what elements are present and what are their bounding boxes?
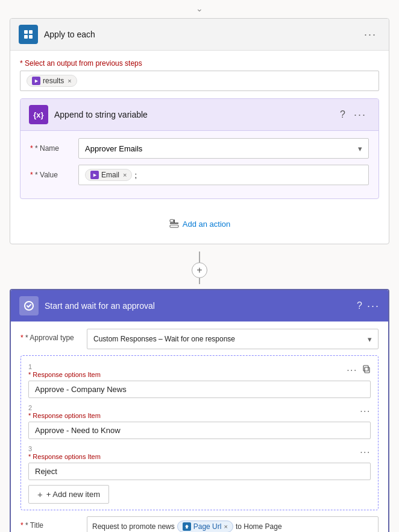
apply-to-each-body: * Select an output from previous steps r… [10,51,389,244]
response-item-2-label: * Response options Item [28,412,101,419]
apply-each-icon-svg [23,29,34,40]
svg-rect-7 [170,220,174,222]
approval-header-buttons: ? ··· [357,300,380,312]
connector-line-bottom [199,278,200,284]
name-select-value: Approver Emails [85,144,142,153]
response-item-3-more-button[interactable]: ··· [360,447,371,458]
email-token-label: Email [101,171,119,179]
response-item-3: 3 * Response options Item ··· [28,444,371,480]
response-item-1-label-group: 1 * Response options Item [28,362,101,378]
add-new-item-plus-icon: + [37,489,43,499]
response-options-section: 1 * Response options Item ··· [20,355,379,510]
add-table-icon [169,218,180,229]
results-token-icon [32,77,40,85]
response-item-2-label-group: 2 * Response options Item [28,403,101,419]
page-url-token-close[interactable]: × [224,523,227,530]
name-chevron-icon: ▾ [358,144,362,153]
response-item-1: 1 * Response options Item ··· [28,362,371,398]
response-item-1-header: 1 * Response options Item ··· [28,362,371,378]
append-string-card: {x} Append to string variable ? ··· * * … [20,98,379,199]
response-item-2: 2 * Response options Item ··· [28,403,371,439]
append-string-more-button[interactable]: ··· [350,108,370,121]
apply-each-icon [19,25,38,44]
value-control: Email × ; [78,165,369,185]
response-item-2-num: 2 [28,404,32,411]
append-string-header: {x} Append to string variable ? ··· [20,99,379,131]
response-item-3-input[interactable] [28,463,371,480]
approval-type-select[interactable]: Custom Responses – Wait for one response… [87,329,379,349]
email-token: Email × [85,169,132,181]
add-action-button[interactable]: Add an action [169,218,231,229]
response-item-1-input[interactable] [28,381,371,398]
svg-rect-2 [24,35,28,39]
svg-rect-4 [170,223,178,224]
append-string-icon: {x} [29,105,48,124]
response-item-2-more-button[interactable]: ··· [360,406,371,417]
svg-rect-3 [29,35,33,39]
page-url-token-label: Page Url [193,522,222,531]
name-control[interactable]: Approver Emails ▾ [78,138,369,159]
add-action-row: Add an action [20,206,379,235]
approval-more-button[interactable]: ··· [367,300,380,312]
connector-plus-button[interactable]: + [192,262,207,278]
response-item-2-input[interactable] [28,422,371,439]
token-icon-svg [34,78,39,84]
append-string-body: * * Name Approver Emails ▾ * * Value [20,131,379,198]
svg-rect-10 [363,366,368,371]
svg-rect-1 [29,30,33,34]
add-action-icon [169,218,180,229]
svg-rect-6 [170,225,178,227]
response-item-1-more-button[interactable]: ··· [347,365,357,376]
response-item-3-num: 3 [28,445,32,452]
response-item-2-header: 2 * Response options Item ··· [28,403,371,419]
approval-title: Start and wait for an approval [45,301,357,311]
name-select[interactable]: Approver Emails ▾ [78,138,369,159]
response-item-1-copy-button[interactable] [362,365,371,376]
response-item-3-label-group: 3 * Response options Item [28,444,101,460]
append-string-help-button[interactable]: ? [340,109,345,120]
email-token-close[interactable]: × [123,171,127,179]
page-url-token-icon [183,522,191,531]
apply-to-each-header: Apply to each ··· [10,19,389,51]
connector-line-top [199,252,200,262]
approval-icon [19,296,39,315]
approval-icon-svg [24,300,34,311]
name-row: * * Name Approver Emails ▾ [30,138,369,159]
page-url-token: Page Url × [177,521,233,532]
title-label: * * Title [20,516,87,530]
approval-type-chevron-icon: ▾ [368,335,372,344]
response-item-1-num: 1 [28,363,32,370]
select-output-input[interactable]: results × [20,71,379,91]
apply-each-more-button[interactable]: ··· [360,28,380,41]
approval-body: * * Approval type Custom Responses – Wai… [11,321,388,532]
add-action-label: Add an action [183,220,231,229]
value-suffix: ; [134,171,137,180]
add-new-item-button[interactable]: + + Add new item [28,485,109,504]
svg-rect-9 [365,367,369,373]
svg-rect-0 [24,30,28,34]
approval-container: Start and wait for an approval ? ··· * *… [10,289,389,532]
approval-type-value: Custom Responses – Wait for one response [93,335,235,343]
value-label: * * Value [30,171,78,179]
results-token-close[interactable]: × [68,77,71,84]
response-item-1-actions: ··· [347,365,371,376]
results-token: results × [27,75,77,87]
title-part2: to Home Page [236,522,282,531]
top-connector: ⌄ [0,0,399,13]
top-chevron-icon: ⌄ [196,4,203,13]
add-new-item-label: + Add new item [46,490,100,499]
approval-type-row: * * Approval type Custom Responses – Wai… [20,329,379,349]
approval-type-label: * * Approval type [20,329,87,342]
title-part1: Request to promote news [92,522,175,531]
copy-icon [362,365,371,373]
approval-help-button[interactable]: ? [357,300,362,311]
connector: + [0,249,399,287]
title-row: * * Title Request to promote news Page U… [20,516,379,532]
title-input[interactable]: Request to promote news Page Url × to Ho… [87,516,379,532]
page-url-icon-svg [184,524,189,529]
response-item-2-actions: ··· [360,406,371,417]
token-icon-svg [92,173,98,178]
append-string-title: Append to string variable [54,110,340,119]
approval-header: Start and wait for an approval ? ··· [11,290,388,321]
value-input[interactable]: Email × ; [78,165,369,185]
